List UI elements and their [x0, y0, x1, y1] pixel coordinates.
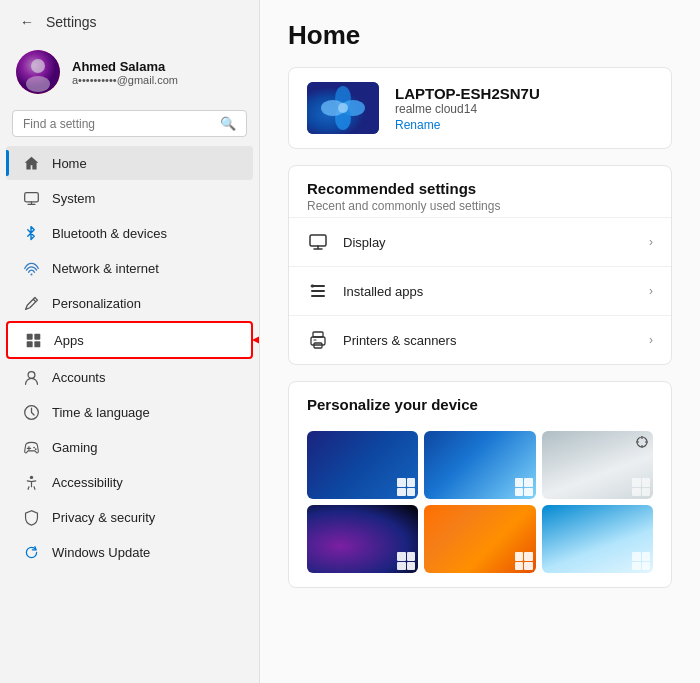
sidebar-item-privacy[interactable]: Privacy & security [6, 500, 253, 534]
search-icon: 🔍 [220, 116, 236, 131]
sidebar-item-bluetooth[interactable]: Bluetooth & devices [6, 216, 253, 250]
user-info: Ahmed Salama a••••••••••@gmail.com [72, 59, 178, 86]
recommended-settings-card: Recommended settings Recent and commonly… [288, 165, 672, 365]
wallpaper-item-6[interactable] [542, 505, 653, 573]
sidebar-item-label-bluetooth: Bluetooth & devices [52, 226, 167, 241]
svg-point-15 [29, 475, 32, 478]
svg-rect-25 [311, 295, 325, 297]
sidebar-item-label-network: Network & internet [52, 261, 159, 276]
wallpaper-item-2[interactable] [424, 431, 535, 499]
settings-item-printers[interactable]: Printers & scanners › [289, 315, 671, 364]
search-input[interactable] [23, 117, 214, 131]
installed-apps-chevron: › [649, 284, 653, 298]
personalize-card: Personalize your device [288, 381, 672, 588]
sidebar-item-apps-wrapper: Apps [0, 321, 259, 359]
accounts-icon [22, 368, 40, 386]
svg-rect-28 [311, 337, 325, 345]
gaming-icon [22, 438, 40, 456]
time-icon [22, 403, 40, 421]
settings-title: Settings [46, 14, 97, 30]
recommended-settings-title: Recommended settings [307, 180, 653, 197]
printers-chevron: › [649, 333, 653, 347]
rename-link[interactable]: Rename [395, 118, 540, 132]
settings-item-display[interactable]: Display › [289, 217, 671, 266]
wallpaper-grid [289, 417, 671, 587]
wallpaper-item-5[interactable] [424, 505, 535, 573]
personalize-title: Personalize your device [307, 396, 653, 413]
sidebar-item-label-time: Time & language [52, 405, 150, 420]
recommended-settings-header: Recommended settings Recent and commonly… [289, 166, 671, 217]
svg-rect-9 [34, 341, 40, 347]
sidebar-item-label-accessibility: Accessibility [52, 475, 123, 490]
svg-point-14 [34, 448, 36, 450]
personalization-icon [22, 294, 40, 312]
home-icon [22, 154, 40, 172]
printers-icon [307, 329, 329, 351]
device-thumbnail [307, 82, 379, 134]
settings-item-installed-apps[interactable]: Installed apps › [289, 266, 671, 315]
svg-point-13 [33, 446, 35, 448]
sidebar-nav: Home System Bluetooth & devices [0, 145, 259, 570]
sidebar-item-label-home: Home [52, 156, 87, 171]
recommended-settings-subtitle: Recent and commonly used settings [307, 199, 653, 213]
svg-rect-6 [26, 333, 32, 339]
wallpaper-item-1[interactable] [307, 431, 418, 499]
apps-icon [24, 331, 42, 349]
printers-label: Printers & scanners [343, 333, 635, 348]
sidebar-item-apps[interactable]: Apps [6, 321, 253, 359]
privacy-icon [22, 508, 40, 526]
sidebar-item-label-update: Windows Update [52, 545, 150, 560]
display-icon [307, 231, 329, 253]
sidebar-item-accounts[interactable]: Accounts [6, 360, 253, 394]
sidebar-item-label-accounts: Accounts [52, 370, 105, 385]
wallpaper-item-4[interactable] [307, 505, 418, 573]
search-box[interactable]: 🔍 [12, 110, 247, 137]
svg-point-3 [16, 50, 60, 94]
sidebar-item-gaming[interactable]: Gaming [6, 430, 253, 464]
display-chevron: › [649, 235, 653, 249]
bluetooth-icon [22, 224, 40, 242]
svg-rect-7 [34, 333, 40, 339]
personalize-header: Personalize your device [289, 382, 671, 417]
user-email: a••••••••••@gmail.com [72, 74, 178, 86]
svg-rect-22 [310, 235, 326, 246]
accessibility-icon [22, 473, 40, 491]
installed-apps-label: Installed apps [343, 284, 635, 299]
main-content: Home [260, 0, 700, 683]
back-button[interactable]: ← [16, 12, 38, 32]
sidebar-item-accessibility[interactable]: Accessibility [6, 465, 253, 499]
sidebar-item-label-privacy: Privacy & security [52, 510, 155, 525]
svg-point-21 [338, 103, 348, 113]
sidebar-item-update[interactable]: Windows Update [6, 535, 253, 569]
svg-rect-27 [313, 332, 323, 337]
sidebar-item-personalization[interactable]: Personalization [6, 286, 253, 320]
user-section[interactable]: Ahmed Salama a••••••••••@gmail.com [0, 40, 259, 106]
device-card: LAPTOP-ESH2SN7U realme cloud14 Rename [288, 67, 672, 149]
system-icon [22, 189, 40, 207]
sidebar-item-label-gaming: Gaming [52, 440, 98, 455]
device-info: LAPTOP-ESH2SN7U realme cloud14 Rename [395, 85, 540, 132]
device-model: realme cloud14 [395, 102, 540, 116]
sidebar: ← Settings Ahmed S [0, 0, 260, 683]
svg-rect-8 [26, 341, 32, 347]
svg-point-11 [28, 371, 35, 378]
network-icon [22, 259, 40, 277]
sidebar-item-label-apps: Apps [54, 333, 84, 348]
sidebar-item-home[interactable]: Home [6, 146, 253, 180]
svg-rect-24 [311, 290, 325, 292]
device-name: LAPTOP-ESH2SN7U [395, 85, 540, 102]
avatar [16, 50, 60, 94]
sidebar-item-network[interactable]: Network & internet [6, 251, 253, 285]
sidebar-header: ← Settings [0, 0, 259, 40]
sidebar-item-label-system: System [52, 191, 95, 206]
installed-apps-icon [307, 280, 329, 302]
display-label: Display [343, 235, 635, 250]
update-icon [22, 543, 40, 561]
user-name: Ahmed Salama [72, 59, 178, 74]
sidebar-item-label-personalization: Personalization [52, 296, 141, 311]
sidebar-item-time[interactable]: Time & language [6, 395, 253, 429]
svg-rect-4 [24, 192, 38, 201]
sidebar-item-system[interactable]: System [6, 181, 253, 215]
wallpaper-item-3[interactable] [542, 431, 653, 499]
page-title: Home [288, 20, 672, 51]
